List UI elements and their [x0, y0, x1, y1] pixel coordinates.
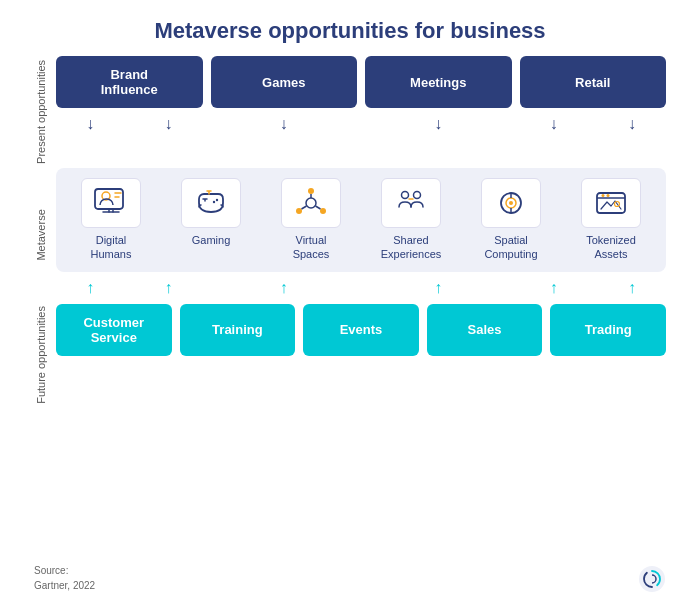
metaverse-content: DigitalHumans — [52, 168, 670, 302]
arrow-up-5 — [550, 280, 558, 296]
arrow-up-3 — [280, 280, 288, 296]
present-row-wrapper: Present opportunities BrandInfluence Gam… — [30, 56, 670, 168]
spatial-computing-icon — [493, 185, 529, 221]
shared-experiences-icon-box — [381, 178, 441, 228]
arrow-up-1 — [86, 280, 94, 296]
arrow-down-1 — [86, 116, 94, 132]
source-text: Source:Gartner, 2022 — [34, 563, 95, 593]
svg-line-9 — [302, 206, 307, 209]
virtual-spaces-icon — [293, 185, 329, 221]
svg-rect-18 — [597, 193, 625, 213]
metaverse-item-tokenized-assets: TokenizedAssets — [564, 178, 658, 262]
arrow-down-6 — [628, 116, 636, 132]
metaverse-item-virtual-spaces: VirtualSpaces — [264, 178, 358, 262]
arrow-down-2 — [164, 116, 172, 132]
future-content: CustomerService Training Events Sales Tr… — [52, 302, 670, 408]
tokenized-assets-icon-box — [581, 178, 641, 228]
metaverse-section: DigitalHumans — [56, 168, 666, 272]
gaming-label: Gaming — [192, 233, 231, 247]
present-card-games: Games — [211, 56, 358, 108]
present-label: Present opportunities — [30, 56, 52, 168]
page-title: Metaverse opportunities for business — [30, 18, 670, 44]
future-label: Future opportunities — [30, 302, 52, 408]
svg-point-3 — [213, 201, 215, 203]
future-card-sales: Sales — [427, 304, 543, 356]
shared-experiences-label: SharedExperiences — [381, 233, 442, 262]
gaming-icon-box — [181, 178, 241, 228]
footer: Source:Gartner, 2022 — [30, 563, 670, 593]
svg-point-6 — [296, 208, 302, 214]
digital-humans-label: DigitalHumans — [91, 233, 132, 262]
arrow-up-group-2 — [211, 274, 358, 302]
svg-point-22 — [639, 566, 665, 592]
metaverse-item-gaming: Gaming — [164, 178, 258, 262]
arrow-up-4 — [434, 280, 442, 296]
metaverse-item-digital-humans: DigitalHumans — [64, 178, 158, 262]
tokenized-assets-icon — [593, 185, 629, 221]
present-cards: BrandInfluence Games Meetings Retail — [52, 56, 670, 108]
virtual-spaces-icon-box — [281, 178, 341, 228]
svg-point-12 — [414, 191, 421, 198]
arrows-up-row — [52, 274, 670, 302]
arrow-up-2 — [164, 280, 172, 296]
arrow-up-group-4 — [520, 274, 667, 302]
digital-humans-icon-box — [81, 178, 141, 228]
metaverse-items: DigitalHumans — [64, 178, 658, 262]
future-card-trading: Trading — [550, 304, 666, 356]
arrow-group-2 — [211, 110, 358, 138]
future-row-wrapper: Future opportunities CustomerService Tra… — [30, 302, 670, 408]
arrow-down-5 — [550, 116, 558, 132]
arrow-group-4 — [520, 110, 667, 138]
arrow-up-group-1 — [56, 274, 203, 302]
svg-point-5 — [308, 188, 314, 194]
svg-point-2 — [216, 199, 218, 201]
arrow-down-3 — [280, 116, 288, 132]
diagram: Present opportunities BrandInfluence Gam… — [30, 56, 670, 555]
spatial-computing-icon-box — [481, 178, 541, 228]
arrow-up-6 — [628, 280, 636, 296]
present-card-meetings: Meetings — [365, 56, 512, 108]
spatial-computing-label: SpatialComputing — [484, 233, 537, 262]
page: Metaverse opportunities for business Pre… — [0, 0, 700, 603]
arrow-group-3 — [365, 110, 512, 138]
future-card-customer-service: CustomerService — [56, 304, 172, 356]
future-cards: CustomerService Training Events Sales Tr… — [52, 304, 670, 356]
future-card-events: Events — [303, 304, 419, 356]
arrow-up-group-3 — [365, 274, 512, 302]
svg-point-7 — [320, 208, 326, 214]
svg-point-11 — [402, 191, 409, 198]
metaverse-item-spatial-computing: SpatialComputing — [464, 178, 558, 262]
present-content: BrandInfluence Games Meetings Retail — [52, 56, 670, 168]
svg-point-4 — [306, 198, 316, 208]
future-card-training: Training — [180, 304, 296, 356]
digital-humans-icon — [93, 185, 129, 221]
metaverse-row-wrapper: Metaverse — [30, 168, 670, 302]
virtual-spaces-label: VirtualSpaces — [293, 233, 330, 262]
svg-point-20 — [607, 194, 610, 197]
metaverse-item-shared-experiences: SharedExperiences — [364, 178, 458, 262]
metaverse-label: Metaverse — [30, 168, 52, 302]
svg-point-19 — [602, 194, 605, 197]
arrow-group-1 — [56, 110, 203, 138]
tokenized-assets-label: TokenizedAssets — [586, 233, 636, 262]
shared-experiences-icon — [393, 185, 429, 221]
arrow-down-4 — [434, 116, 442, 132]
present-card-brand-influence: BrandInfluence — [56, 56, 203, 108]
present-card-retail: Retail — [520, 56, 667, 108]
svg-point-15 — [509, 201, 513, 205]
svg-line-10 — [316, 206, 321, 209]
arrows-down-row — [52, 110, 670, 138]
logo-icon — [638, 565, 666, 593]
gaming-icon — [193, 185, 229, 221]
